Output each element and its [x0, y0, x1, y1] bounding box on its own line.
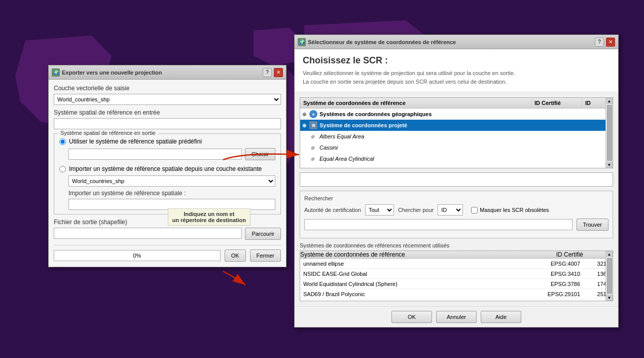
ok-btn[interactable]: OK — [225, 249, 246, 262]
coordinate-system-tree[interactable]: Système de coordonnées de référence ID C… — [300, 97, 613, 168]
search-for-select[interactable]: ID Nom — [438, 204, 463, 216]
predefined-srs-input[interactable] — [68, 149, 242, 160]
search-term-input[interactable] — [304, 219, 573, 230]
recent-name-0: unnamed ellipse — [303, 261, 539, 267]
tree-row-albers[interactable]: ⊕ Albers Equal Area — [300, 131, 613, 142]
scr-body: Système de coordonnées de référence ID C… — [295, 92, 618, 306]
recent-certif-2: EPSG:3786 — [539, 281, 584, 287]
expand-icon-albers: ⊕ — [310, 134, 317, 139]
search-title: Rechercher — [304, 195, 609, 201]
radio2-row: Importer un système de référence spatial… — [59, 165, 275, 172]
scr-selector-dialog: 🌍 Sélectionneur de système de coordonnée… — [294, 34, 619, 328]
expand-icon-geographic: ⊕ — [302, 112, 309, 117]
output-srs-title: Système spatial de référence en sortie — [58, 130, 158, 136]
search-row-authority: Autorité de certification Tout EPSG ESRI… — [304, 204, 609, 216]
search-for-label: Chercher pour — [398, 207, 434, 213]
tree-header: Système de coordonnées de référence ID C… — [300, 98, 613, 109]
input-srs-input[interactable] — [54, 118, 281, 129]
input-layer-select[interactable]: World_countries_shp — [54, 94, 281, 105]
expand-icon-equal-area: ⊕ — [310, 156, 317, 162]
scr-description-line2: La couche en sortie sera projetée depuis… — [303, 78, 610, 86]
scr-heading: Choisissez le SCR : — [303, 55, 610, 66]
tree-scrollbar[interactable]: ▲ ▼ — [605, 98, 613, 168]
tree-row-equal-area[interactable]: ⊕ Equal Area Cylindrical — [300, 153, 613, 164]
recent-scroll-thumb[interactable] — [607, 258, 612, 294]
input-layer-group: Couche vectorielle de saisie World_count… — [54, 85, 281, 105]
scr-dialog-close-btn[interactable]: ✕ — [606, 38, 615, 47]
tree-label-albers: Albers Equal Area — [317, 133, 611, 139]
radio2-input[interactable] — [59, 166, 66, 172]
tree-row-cassini[interactable]: ⊕ Cassini — [300, 142, 613, 153]
scr-dialog-icon: 🌍 — [298, 38, 306, 46]
choose-btn[interactable]: Choisir — [245, 148, 275, 160]
recent-name-2: World Equidistant Cylindrical (Sphere) — [303, 281, 539, 287]
scr-dialog-help-btn[interactable]: ? — [595, 38, 604, 47]
scr-header: Choisissez le SCR : Veuillez sélectionne… — [295, 49, 618, 92]
recent-row-1[interactable]: NSIDC EASE-Grid Global EPSG:3410 1368 — [300, 269, 613, 279]
scr-description-line1: Veuillez sélectionner le système de proj… — [303, 69, 610, 78]
tree-col-certif: ID Certifié — [531, 98, 582, 108]
scr-help-btn[interactable]: Aide — [481, 311, 521, 323]
tree-label-geographic: Systèmes de coordonnées géographiques — [319, 111, 611, 117]
recent-scroll-up[interactable]: ▲ — [606, 251, 613, 257]
recent-row-0[interactable]: unnamed ellipse EPSG:4007 3219 — [300, 259, 613, 269]
import-layer-select[interactable]: World_countries_shp — [68, 175, 275, 187]
radio1-row: Utiliser le système de référence spatial… — [59, 138, 275, 145]
recent-scroll-down[interactable]: ▼ — [606, 295, 613, 301]
output-srs-group: Système spatial de référence en sortie U… — [54, 133, 281, 214]
authority-select[interactable]: Tout EPSG ESRI OGC — [365, 204, 394, 216]
tree-col-name: Système de coordonnées de référence — [300, 98, 531, 108]
recent-title: Systèmes de coordonnées de références ré… — [300, 242, 613, 248]
hide-obsolete-row: Masquer les SCR obsolètes — [471, 207, 549, 213]
tree-row-projected[interactable]: ⊕ ⊞ Système de coordonnées projeté — [300, 120, 613, 131]
tree-label-equal-area: Equal Area Cylindrical — [317, 156, 611, 162]
recent-table[interactable]: Système de coordonnées de référence ID C… — [300, 250, 613, 301]
annotation-line1: Indiquez un nom et — [184, 211, 234, 217]
tree-label-projected: Système de coordonnées projeté — [319, 122, 611, 128]
tree-scroll-thumb[interactable] — [607, 105, 612, 161]
grid-icon-projected: ⊞ — [309, 121, 317, 129]
import-srs-label: Importer un système de référence spatial… — [68, 190, 275, 197]
tree-scroll-down[interactable]: ▼ — [606, 162, 613, 168]
output-file-input[interactable] — [54, 228, 242, 239]
recent-section: Systèmes de coordonnées de références ré… — [300, 242, 613, 301]
close-btn[interactable]: Fermer — [250, 249, 281, 262]
input-srs-group: Système spatial de référence en entrée — [54, 109, 281, 129]
globe-icon-geographic: ● — [309, 110, 317, 118]
progress-bar: 0% — [54, 250, 221, 261]
tree-scroll-up[interactable]: ▲ — [606, 98, 613, 104]
annotation-box: Indiquez un nom et un répertoire de dest… — [168, 208, 251, 226]
export-dialog-title: Exporter vers une nouvelle projection — [62, 69, 261, 76]
export-dialog-help-btn[interactable]: ? — [263, 68, 272, 77]
recent-name-3: SAD69 / Brazil Polyconic — [303, 291, 539, 297]
progress-value: 0% — [133, 253, 141, 259]
radio1-label: Utiliser le système de référence spatial… — [69, 138, 202, 145]
recent-row-2[interactable]: World Equidistant Cylindrical (Sphere) E… — [300, 279, 613, 289]
radio2-label: Importer un système de référence spatial… — [69, 165, 262, 172]
recent-certif-0: EPSG:4007 — [539, 261, 584, 267]
expand-icon-projected: ⊕ — [302, 123, 309, 128]
authority-label: Autorité de certification — [304, 207, 361, 213]
browse-btn[interactable]: Parcourir — [245, 228, 281, 240]
recent-col-certif: ID Certifié — [542, 251, 587, 258]
input-layer-label: Couche vectorielle de saisie — [54, 85, 281, 92]
export-dialog-titlebar: 🌍 Exporter vers une nouvelle projection … — [49, 65, 286, 80]
expand-icon-cassini: ⊕ — [310, 145, 317, 151]
scr-cancel-btn[interactable]: Annuler — [436, 311, 477, 323]
scr-ok-btn[interactable]: OK — [391, 311, 432, 323]
recent-certif-1: EPSG:3410 — [539, 271, 584, 277]
recent-name-1: NSIDC EASE-Grid Global — [303, 271, 539, 277]
recent-col-name: Système de coordonnées de référence — [300, 251, 542, 258]
find-btn[interactable]: Trouver — [577, 219, 609, 231]
scr-dialog-footer: OK Annuler Aide — [295, 306, 618, 327]
recent-scrollbar[interactable]: ▲ ▼ — [605, 251, 613, 301]
search-section: Rechercher Autorité de certification Tou… — [300, 191, 613, 238]
recent-row-3[interactable]: SAD69 / Brazil Polyconic EPSG:29101 2519 — [300, 289, 613, 299]
scr-dialog-titlebar: 🌍 Sélectionneur de système de coordonnée… — [295, 35, 618, 49]
progress-row: 0% OK Fermer — [54, 245, 281, 262]
export-dialog-close-btn[interactable]: ✕ — [274, 68, 283, 77]
detail-area — [300, 172, 613, 187]
tree-row-geographic[interactable]: ⊕ ● Systèmes de coordonnées géographique… — [300, 109, 613, 120]
hide-obsolete-checkbox[interactable] — [471, 207, 478, 213]
radio1-input[interactable] — [59, 138, 66, 145]
